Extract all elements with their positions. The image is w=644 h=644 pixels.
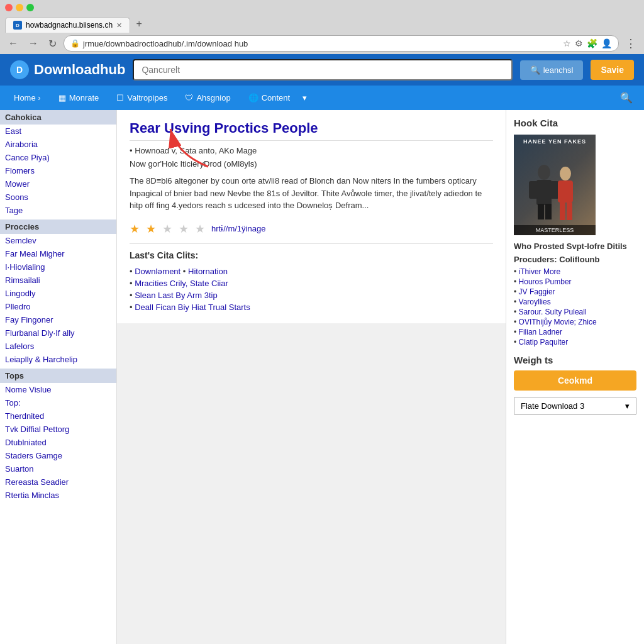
cita-link-downlment[interactable]: Downlǝment	[135, 267, 180, 276]
star-icon[interactable]: ☆	[563, 38, 571, 48]
rating-link[interactable]: hrtɨ//m/1ÿinage	[211, 224, 265, 233]
forward-button[interactable]: →	[25, 36, 42, 50]
sidebar-item-top[interactable]: Top:	[0, 396, 116, 409]
dropdown-arrow-icon: ▾	[303, 93, 307, 103]
sidebar-item-airaboria[interactable]: Airaboria	[0, 138, 116, 151]
site-search-input[interactable]	[133, 59, 512, 80]
nav-item-home[interactable]: Home ›	[5, 87, 50, 109]
sidebar-item-i-hiovialing[interactable]: I·Hiovialing	[0, 260, 116, 274]
nav-item-ahsgniop[interactable]: 🛡 Ahsgniop	[176, 87, 239, 109]
sidebar-item-lafelors[interactable]: Lafelors	[0, 340, 116, 353]
extensions-icon[interactable]: 🧩	[587, 38, 597, 48]
sidebar-item-soons[interactable]: Soons	[0, 191, 116, 204]
svg-rect-8	[558, 180, 573, 203]
nav-dropdown-button[interactable]: ▾	[299, 87, 311, 109]
main-layout: Cahokica East Airaboria Cance Piya) Flom…	[0, 110, 644, 644]
provider-item-1: iThiver More	[514, 267, 636, 277]
nav-ahsgniop-icon: 🛡	[185, 93, 193, 103]
site-header: D Downloadhub 🔍 leanchsl Savie	[0, 54, 644, 86]
cita-item-3: Slean Last By Arm 3tip	[130, 289, 493, 301]
star-3: ★	[162, 222, 172, 236]
svg-rect-3	[529, 181, 538, 199]
sidebar-item-rimsailali[interactable]: Rimsailali	[0, 274, 116, 287]
sidebar-item-far-meal[interactable]: Far Meal Migher	[0, 247, 116, 260]
nav-ahsgniop-label: Ahsgniop	[196, 93, 230, 103]
svg-point-7	[560, 167, 571, 180]
maximize-traffic-light[interactable]	[26, 4, 34, 11]
cita-item-2: Mracities Crily, State Ciiar	[130, 277, 493, 289]
settings-icon[interactable]: ⚙	[575, 38, 583, 48]
sidebar-item-lingodly[interactable]: Lingodly	[0, 287, 116, 300]
back-button[interactable]: ←	[5, 36, 21, 50]
sidebar-item-nome-vislue[interactable]: Nome Vislue	[0, 383, 116, 396]
cita-section-title: Last's Cita Clits:	[130, 250, 493, 260]
address-bar-row: ← → ↻ 🔒 jrmue/downbadroctloadhub/.im/dow…	[0, 33, 644, 54]
close-traffic-light[interactable]	[5, 4, 13, 11]
search-button[interactable]: 🔍 leanchsl	[520, 60, 584, 80]
sidebar-item-tvk-diffial[interactable]: Tvk Diffial Pettorg	[0, 423, 116, 436]
svg-rect-10	[567, 203, 572, 220]
svg-rect-9	[560, 203, 565, 220]
sidebar-item-suarton[interactable]: Suarton	[0, 462, 116, 475]
sidebar-item-therdnited[interactable]: Therdnited	[0, 409, 116, 423]
new-tab-button[interactable]: +	[130, 15, 148, 33]
main-content: Rear Usving Proctics People • Hownoad v,…	[117, 110, 506, 323]
profile-icon[interactable]: 👤	[601, 38, 612, 48]
provider-item-2: Houros Pumber	[514, 277, 636, 287]
sidebar-item-cance-piya[interactable]: Cance Piya)	[0, 151, 116, 164]
site-logo: D Downloadhub	[10, 60, 125, 79]
sidebar-item-mower[interactable]: Mower	[0, 177, 116, 191]
cita-link-deall[interactable]: Deall Fican Biy Hiat Trual Starts	[135, 303, 250, 312]
sidebar-item-dtublniated[interactable]: Dtublniated	[0, 436, 116, 449]
minimize-traffic-light[interactable]	[16, 4, 23, 11]
provider-item-3: JV Faggier	[514, 287, 636, 297]
ceokmd-button[interactable]: Ceokmd	[514, 370, 636, 391]
sidebar-item-flomers[interactable]: Flomers	[0, 164, 116, 177]
procuders-label: Procuders: Coliflounb	[514, 255, 636, 264]
sidebar-section-proccies: Proccies Semclev Far Meal Migher I·Hiovi…	[0, 219, 116, 366]
svg-point-1	[538, 165, 550, 180]
nav-home-label: Home ›	[14, 93, 41, 103]
sidebar-item-semclev[interactable]: Semclev	[0, 234, 116, 247]
save-button[interactable]: Savie	[591, 60, 634, 80]
refresh-button[interactable]: ↻	[45, 36, 60, 51]
active-tab[interactable]: D howbadgnachu.biisens.ch ✕	[5, 17, 130, 33]
weights-title: Weigh ts	[514, 355, 636, 365]
provider-item-8: Clatip Paquiter	[514, 337, 636, 347]
traffic-lights	[5, 4, 34, 11]
cita-link-mracities[interactable]: Mracities Crily, State Ciiar	[135, 279, 228, 288]
nav-item-monrate[interactable]: ▦ Monrate	[50, 87, 108, 109]
provider-item-6: OVIThijůy Movie; Zhice	[514, 317, 636, 327]
nav-item-content[interactable]: 🌐 Content	[240, 87, 299, 109]
divider	[130, 243, 493, 244]
flate-download-dropdown[interactable]: Flate Download 3 ▾	[514, 397, 636, 415]
sidebar-section-tops-header: Tops	[0, 369, 116, 383]
nav-search-icon[interactable]: 🔍	[614, 86, 639, 110]
provider-item-4: Varoyllies	[514, 297, 636, 307]
tab-bar: D howbadgnachu.biisens.ch ✕ +	[0, 15, 644, 33]
sidebar-item-rereasta[interactable]: Rereasta Seadier	[0, 475, 116, 489]
poster-image: HANEE YEN FAKES	[514, 135, 596, 235]
sidebar-item-east[interactable]: East	[0, 125, 116, 138]
browser-menu-button[interactable]: ⋮	[623, 36, 639, 50]
nav-content-icon: 🌐	[248, 93, 258, 103]
save-btn-label: Savie	[601, 65, 624, 75]
cita-item-4: Deall Fican Biy Hiat Trual Starts	[130, 301, 493, 313]
address-bar[interactable]: 🔒 jrmue/downbadroctloadhub/.im/download …	[64, 35, 619, 52]
sidebar-item-rtertia[interactable]: Rtertia Minclas	[0, 489, 116, 502]
cita-link-hitornation[interactable]: Hitornation	[188, 267, 228, 276]
sidebar-section-tops: Tops Nome Vislue Top: Therdnited Tvk Dif…	[0, 369, 116, 502]
tab-close-button[interactable]: ✕	[116, 21, 122, 30]
sidebar-item-staders[interactable]: Staders Gamge	[0, 449, 116, 462]
sidebar-item-flurbanal[interactable]: Flurbanal Dly·If ally	[0, 326, 116, 340]
sidebar-item-plledro[interactable]: Plledro	[0, 300, 116, 313]
content-wrapper: Rear Usving Proctics People • Hownoad v,…	[117, 110, 506, 644]
sidebar-item-fay-fingoner[interactable]: Fay Fingoner	[0, 313, 116, 326]
cita-link-slean[interactable]: Slean Last By Arm 3tip	[135, 291, 218, 300]
sidebar-item-tage[interactable]: Tage	[0, 204, 116, 217]
poster-bottom-text: MASTERLESS	[514, 225, 596, 235]
nav-item-valtropipes[interactable]: ☐ Valtropipes	[108, 87, 176, 109]
sidebar-section-proccies-header: Proccies	[0, 219, 116, 234]
right-section-title: Hook Cita	[514, 118, 636, 128]
sidebar-item-leiaplly[interactable]: Leiaplly & Harchelip	[0, 353, 116, 366]
